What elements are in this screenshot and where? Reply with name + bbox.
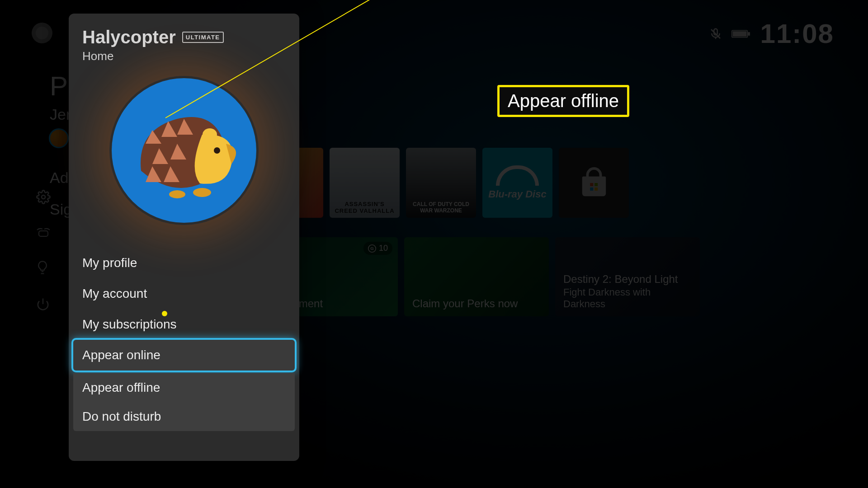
profile-menu: My profile My account My subscriptions A… <box>69 248 299 431</box>
menu-my-subscriptions[interactable]: My subscriptions <box>69 309 299 340</box>
annotation-callout: Appear offline <box>497 85 629 117</box>
tier-badge: ULTIMATE <box>182 32 224 43</box>
presence-option-offline[interactable]: Appear offline <box>73 373 295 402</box>
location-label: Home <box>82 49 286 63</box>
presence-submenu: Appear offline Do not disturb <box>73 373 295 431</box>
svg-point-23 <box>203 128 217 141</box>
presence-option-dnd[interactable]: Do not disturb <box>73 402 295 431</box>
presence-dropdown[interactable]: Appear online <box>73 340 295 371</box>
svg-point-25 <box>169 190 185 198</box>
menu-my-profile[interactable]: My profile <box>69 248 299 278</box>
avatar <box>109 76 259 225</box>
gamertag: Halycopter <box>82 27 176 47</box>
svg-point-22 <box>214 147 220 154</box>
menu-my-account[interactable]: My account <box>69 278 299 309</box>
annotation-anchor-dot <box>162 311 167 316</box>
profile-popover: Halycopter ULTIMATE Home <box>69 14 299 461</box>
svg-point-24 <box>193 188 211 197</box>
